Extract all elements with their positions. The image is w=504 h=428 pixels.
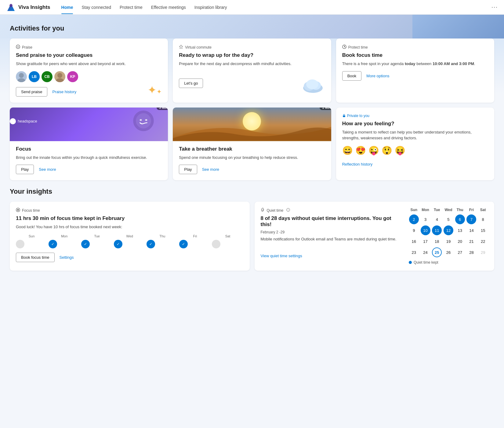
big-cal-day[interactable]: 29 <box>478 247 488 257</box>
cal-day-wed: ✓ <box>114 240 122 248</box>
big-cal-day[interactable]: 19 <box>444 236 453 246</box>
big-cal-day[interactable]: 3 <box>421 214 430 224</box>
big-cal-day[interactable]: 14 <box>466 225 476 235</box>
big-cal-day[interactable]: 20 <box>455 236 465 246</box>
big-cal-day[interactable]: 16 <box>409 236 419 246</box>
big-cal-day[interactable]: 27 <box>455 247 465 257</box>
big-cal-day[interactable]: 26 <box>444 247 453 257</box>
big-cal-day[interactable]: 18 <box>432 236 442 246</box>
private-badge: Private to you <box>342 114 488 118</box>
navigation: Viva Insights Home Stay connected Protec… <box>0 0 504 15</box>
reflection-history-button[interactable]: Reflection history <box>342 160 375 169</box>
protect-card: Protect time Book focus time There is a … <box>336 38 494 103</box>
big-cal-week: 2345678 <box>409 214 488 224</box>
headspace-label: headspace <box>18 119 37 123</box>
svg-point-5 <box>18 46 19 47</box>
logo-text: Viva Insights <box>18 4 50 10</box>
big-cal-day[interactable]: 23 <box>409 247 419 257</box>
breather-play-button[interactable]: Play <box>179 165 197 174</box>
big-cal-day[interactable]: 28 <box>466 247 476 257</box>
legend-label: Quiet time kept <box>414 260 438 265</box>
focus-insight-icon <box>16 208 20 213</box>
nav-inspiration-library[interactable]: Inspiration library <box>191 1 231 14</box>
big-cal-day[interactable]: 6 <box>455 214 465 224</box>
big-cal-day[interactable]: 15 <box>478 225 488 235</box>
big-cal-day[interactable]: 21 <box>466 236 476 246</box>
breather-see-more-button[interactable]: See more <box>200 165 222 174</box>
focus-time-badge: 3 MIN <box>157 108 168 110</box>
avatar-cb: CB <box>42 71 53 82</box>
more-options-icon[interactable]: ··· <box>491 4 498 10</box>
headspace-face-icon <box>131 108 156 134</box>
big-cal-day[interactable]: 11 <box>432 225 442 235</box>
headspace-dot <box>10 118 16 124</box>
praise-icon <box>16 45 20 50</box>
big-cal-day[interactable]: 13 <box>455 225 465 235</box>
hero-section: Activities for you <box>0 15 504 38</box>
nav-stay-connected[interactable]: Stay connected <box>78 1 115 14</box>
send-praise-button[interactable]: Send praise <box>16 87 47 97</box>
nav-effective-meetings[interactable]: Effective meetings <box>147 1 190 14</box>
cloud-icon <box>301 75 325 98</box>
quiet-desc: Mobile notifications for Outlook email a… <box>261 236 403 242</box>
more-options-button[interactable]: More options <box>364 71 392 80</box>
focus-settings-button[interactable]: Settings <box>57 253 76 262</box>
check-mon: ✓ <box>51 242 54 246</box>
svg-point-22 <box>17 209 19 210</box>
focus-see-more-button[interactable]: See more <box>36 165 58 174</box>
viva-insights-logo-icon <box>6 2 16 12</box>
praise-category-label: Praise <box>22 45 32 49</box>
big-cal-rows: 2345678910111213141516171819202122232425… <box>409 214 488 257</box>
big-cal-day[interactable]: 4 <box>432 214 442 224</box>
big-cal-day[interactable]: 2 <box>409 214 419 224</box>
svg-rect-20 <box>343 115 345 117</box>
praise-card: Praise Send praise to your colleagues Sh… <box>10 38 168 103</box>
commute-desc: Prepare for the next day and decompress … <box>179 61 325 67</box>
quiet-info-icon: i <box>286 208 290 213</box>
book-button[interactable]: Book <box>342 71 362 81</box>
big-cal-day[interactable]: 10 <box>421 225 430 235</box>
big-cal-day[interactable]: 25 <box>432 247 442 257</box>
quiet-settings-button[interactable]: View quiet time settings <box>261 251 305 260</box>
hills-illustration <box>173 119 331 141</box>
emoji-love[interactable]: 😍 <box>355 145 366 155</box>
lets-go-button[interactable]: Let's go <box>179 79 203 88</box>
logo: Viva Insights <box>6 2 50 12</box>
book-focus-time-button[interactable]: Book focus time <box>16 253 55 262</box>
big-cal-day[interactable]: 17 <box>421 236 430 246</box>
check-wed: ✓ <box>117 242 120 246</box>
svg-point-14 <box>306 79 318 89</box>
feeling-title: How are you feeling? <box>342 121 488 127</box>
emoji-surprised[interactable]: 😲 <box>382 145 392 155</box>
big-cal-day[interactable]: 7 <box>466 214 476 224</box>
quiet-date-range: February 2 -29 <box>261 230 403 234</box>
focus-play-button[interactable]: Play <box>16 165 34 174</box>
svg-point-18 <box>140 119 142 121</box>
focus-insight-desc: Good luck! You have 10 hrs of focus time… <box>16 224 244 230</box>
quiet-category: Quiet time i <box>261 208 403 213</box>
activities-section-title: Activities for you <box>10 24 494 32</box>
big-cal-day[interactable]: 8 <box>478 214 488 224</box>
breather-actions: Play See more <box>179 165 325 174</box>
focus-card-body: Focus Bring out the innate focus within … <box>10 146 168 181</box>
praise-history-button[interactable]: Praise history <box>50 87 79 96</box>
nav-home[interactable]: Home <box>58 1 77 14</box>
svg-point-9 <box>56 78 64 82</box>
emoji-playful[interactable]: 😜 <box>368 145 379 155</box>
big-cal-day[interactable]: 9 <box>409 225 419 235</box>
big-cal-day[interactable]: 5 <box>444 214 453 224</box>
quiet-content: Quiet time i 8 of 28 days without quiet … <box>261 208 488 265</box>
big-cal-day[interactable]: 12 <box>444 225 453 235</box>
svg-point-17 <box>136 113 151 128</box>
big-cal-day[interactable]: 22 <box>478 236 488 246</box>
emoji-happy[interactable]: 😄 <box>342 145 353 155</box>
headspace-logo: headspace <box>10 118 37 124</box>
emoji-silly[interactable]: 😝 <box>395 145 405 155</box>
svg-point-4 <box>17 46 18 47</box>
big-cal-day[interactable]: 24 <box>421 247 430 257</box>
breather-card-body: Take a breather break Spend one minute f… <box>173 146 331 181</box>
focus-insight-title: 11 hrs 30 min of focus time kept in Febr… <box>16 215 244 221</box>
nav-protect-time[interactable]: Protect time <box>116 1 146 14</box>
private-label: Private to you <box>347 114 369 118</box>
big-cal-header: Sun Mon Tue Wed Thu Fri Sat <box>409 208 488 212</box>
